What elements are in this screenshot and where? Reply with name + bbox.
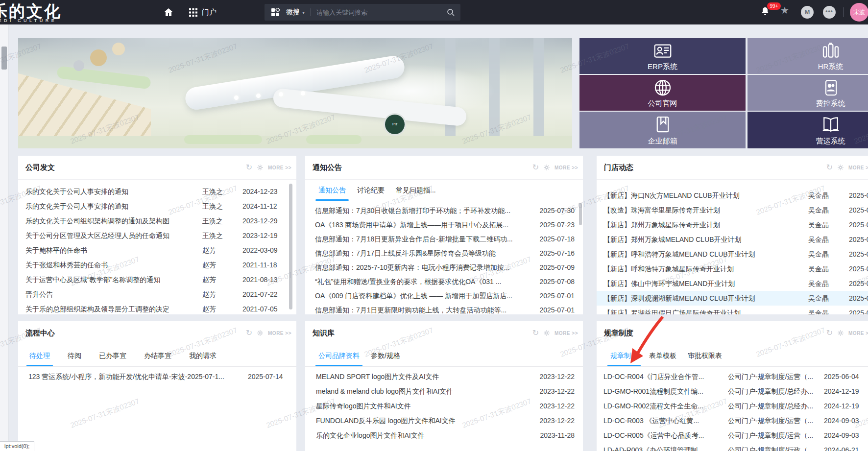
search-input[interactable] (315, 8, 447, 17)
home-icon[interactable] (164, 7, 173, 17)
app-tile[interactable]: 费控系统 (747, 75, 868, 111)
table-row[interactable]: LD-OC-R003 《运营中心红黄... 公司门户-规章制度/运营（... 2… (597, 413, 868, 428)
more-options-icon[interactable]: ••• (823, 6, 836, 19)
table-row[interactable]: 乐的文化企业logo图片文件和AI文件 2023-11-28 (305, 428, 583, 443)
table-row[interactable]: 【新店】呼和浩特万象城星际传奇开业计划 吴金晶 2025-0 (597, 261, 868, 276)
app-tile[interactable]: HR系统 (747, 38, 868, 74)
tab[interactable]: 规章制度 (609, 345, 639, 366)
hero-banner-image[interactable]: PIT (18, 38, 572, 148)
table-row[interactable]: meland & meland club logo图片文件和AI文件 2023-… (305, 384, 583, 399)
app-tile[interactable]: ERP系统 (579, 38, 746, 74)
tab[interactable]: 公司品牌资料 (317, 345, 361, 366)
more-link[interactable]: MORE >> (268, 165, 291, 170)
panel-title: 公司发文 (25, 163, 55, 172)
refresh-icon[interactable]: ↻ (246, 329, 252, 337)
table-row[interactable]: 信息部通知：2025-7-10更新内容：电玩小程序消费记录增加按... 2025… (305, 261, 583, 275)
refresh-icon[interactable]: ↻ (826, 164, 833, 171)
table-row[interactable]: 关于运营中心及区域“教学部”名称调整的通知 赵芳 2021-08-13 (18, 272, 296, 287)
table-row[interactable]: 【新店】佛山中海环宇城MELAND开业计划 吴金晶 2025-0 (597, 276, 868, 291)
table-row[interactable]: “礼包”使用和赠送/置换业务的要求，根据要求优化OA《031 ... 2025-… (305, 275, 583, 289)
refresh-icon[interactable]: ↻ (246, 164, 252, 171)
chevron-down-icon[interactable]: ▾ (302, 10, 305, 15)
table-row[interactable]: LD-OC-R005《运营中心品质考... 公司门户-规章制度/运营（... 2… (597, 428, 868, 443)
table-row[interactable]: 信息部通知：7月17日上线反斗乐园&星际传奇会员等级功能 2025-07-16 (305, 246, 583, 261)
table-row[interactable]: 乐的文化关于公司人事安排的通知 王涣之 2024-11-12 (18, 199, 296, 214)
table-row[interactable]: 关于张煜和林秀芸的任命书 赵芳 2021-11-18 (18, 258, 296, 272)
gear-icon[interactable] (543, 330, 550, 336)
refresh-icon[interactable]: ↻ (532, 329, 539, 337)
table-row[interactable]: 【新店】罗湖益田假日广场星际传奇开业计划 吴金晶 2025-0 (597, 306, 868, 314)
table-row[interactable]: 信息部通知：7月30日收银台新增打印手环功能；手环补发功能... 2025-07… (305, 204, 583, 218)
gear-icon[interactable] (837, 164, 844, 171)
more-link[interactable]: MORE >> (555, 331, 578, 336)
store-date: 2025-0 (849, 232, 868, 247)
table-row[interactable]: 关于乐的总部组织架构及领导层分工调整的决定 赵芳 2021-07-05 (18, 302, 296, 314)
table-row[interactable]: LD-GMO-R001流程制度文件编... 公司门户-规章制度/总经办... 2… (597, 384, 868, 399)
reg-category: 公司门户-规章制度/总经办... (728, 384, 818, 399)
user-avatar[interactable]: 宋波 (850, 3, 868, 22)
table-row[interactable]: 123 营运系统/小程序，新功能开发/优化申请单-宋波-2025-07-1...… (18, 369, 296, 384)
table-row[interactable]: 星际传奇logo图片文件和AI文件 2023-12-22 (305, 399, 583, 413)
tab[interactable]: 我的请求 (188, 345, 218, 366)
apps-grid-icon[interactable] (189, 8, 197, 17)
table-row[interactable]: LD-AD-R003《办公环境管理制... 公司门户-规章制度/行政（... 2… (597, 443, 868, 451)
scrollbar[interactable] (289, 184, 292, 309)
more-link[interactable]: MORE >> (555, 165, 578, 170)
tab[interactable]: 待阅 (66, 345, 83, 366)
store-author: 吴金晶 (808, 217, 847, 232)
tab[interactable]: 审批权限表 (686, 345, 723, 366)
table-row[interactable]: 乐的文化关于公司人事安排的通知 王涣之 2024-12-23 (18, 184, 296, 199)
refresh-icon[interactable]: ↻ (826, 329, 833, 337)
tab[interactable]: 待处理 (28, 345, 51, 366)
table-row[interactable]: LD-GMO-R002流程文件全生命... 公司门户-规章制度/总经办... 2… (597, 399, 868, 413)
gear-icon[interactable] (257, 164, 264, 171)
refresh-icon[interactable]: ↻ (532, 164, 539, 171)
tab[interactable]: 讨论纪要 (356, 179, 386, 201)
table-row[interactable]: MELAND SPORT logo图片文件及AI文件 2023-12-22 (305, 369, 583, 384)
app-tile[interactable]: 营运系统 (747, 112, 868, 148)
doc-title: 关于运营中心及区域“教学部”名称调整的通知 (25, 272, 198, 287)
table-row[interactable]: OA《009 门店资料建档单》优化上线 —— 新增用于加盟店新店... 2025… (305, 289, 583, 303)
table-row[interactable]: LD-OC-R004《门店异业合作管... 公司门户-规章制度/运营（... 2… (597, 369, 868, 384)
tab[interactable]: 办结事宜 (143, 345, 173, 366)
tab[interactable]: 表单模板 (648, 345, 678, 366)
gear-icon[interactable] (257, 330, 264, 336)
table-row[interactable]: 【新店】郑州万象城MELAND CLUB开业计划 吴金晶 2025-0 (597, 232, 868, 247)
table-row[interactable]: 关于公司分区管理及大区总经理人员的任命通知 王涣之 2023-12-19 (18, 228, 296, 243)
scrollbar[interactable] (579, 203, 582, 225)
table-row[interactable]: 晋升公告 赵芳 2021-07-22 (18, 287, 296, 302)
table-row[interactable]: 【改造】珠海富华里星际传奇开业计划 吴金晶 2025-0 (597, 203, 868, 217)
store-title: 【新店】深圳观澜湖新城MELAND CLUB开业计划 (603, 291, 803, 306)
more-link[interactable]: MORE >> (268, 331, 291, 336)
app-tile[interactable]: 企业邮箱 (579, 112, 746, 148)
search-icon[interactable] (447, 8, 455, 16)
table-row[interactable]: 信息部通知：7月18日更新异业合作后台-新增批量下载二维码功... 2025-0… (305, 232, 583, 246)
gear-icon[interactable] (543, 164, 550, 171)
table-row[interactable]: 【新店】呼和浩特万象城MELAND CLUB开业计划 吴金晶 2025-0 (597, 247, 868, 261)
table-row[interactable]: 【新店】深圳观澜湖新城MELAND CLUB开业计划 吴金晶 2025-0 (597, 291, 868, 306)
tab[interactable]: 常见问题指... (394, 179, 437, 201)
gear-icon[interactable] (837, 330, 844, 336)
tab[interactable]: 已办事宜 (97, 345, 128, 366)
table-row[interactable]: 【新店】郑州万象城星际传奇开业计划 吴金晶 2025-0 (597, 217, 868, 232)
avatar[interactable]: M (801, 6, 814, 19)
table-row[interactable]: 【新店】海口N次方MELAND CLUB开业计划 吴金晶 2025-0 (597, 188, 868, 203)
table-row[interactable]: 信息部通知：7月1日更新限时购功能上线，大转盘活动功能等... 2025-07-… (305, 303, 583, 314)
rail-scroll-handle[interactable] (1, 47, 7, 70)
doc-author: 王涣之 (202, 214, 241, 228)
table-row[interactable]: OA《183 商场费用申请单》新增上线——用于项目中心及拓展... 2025-0… (305, 218, 583, 232)
table-row[interactable]: 乐的文化关于公司组织架构调整的通知及架构图 王涣之 2023-12-29 (18, 214, 296, 228)
tab[interactable]: 参数/规格 (369, 345, 402, 366)
table-row[interactable]: 关于鲍林平的任命书 赵芳 2022-03-09 (18, 243, 296, 258)
table-row[interactable]: FUNDOLAND反斗乐园 logo图片文件和AI文件 2023-12-22 (305, 413, 583, 428)
favorites-star-icon[interactable]: ★ (780, 4, 789, 16)
notice-title: OA《183 商场费用申请单》新增上线——用于项目中心及拓展... (315, 218, 529, 232)
portal-menu-item[interactable]: 门户 (202, 0, 217, 24)
search-engine-selector[interactable]: 微搜 (286, 8, 300, 17)
notice-date: 2025-07-01 (539, 289, 575, 303)
app-tile[interactable]: 公司官网 (579, 75, 746, 111)
tab[interactable]: 通知公告 (317, 179, 347, 201)
more-link[interactable]: MORE >> (848, 165, 868, 170)
more-link[interactable]: MORE >> (848, 331, 868, 336)
store-author: 吴金晶 (808, 276, 847, 291)
